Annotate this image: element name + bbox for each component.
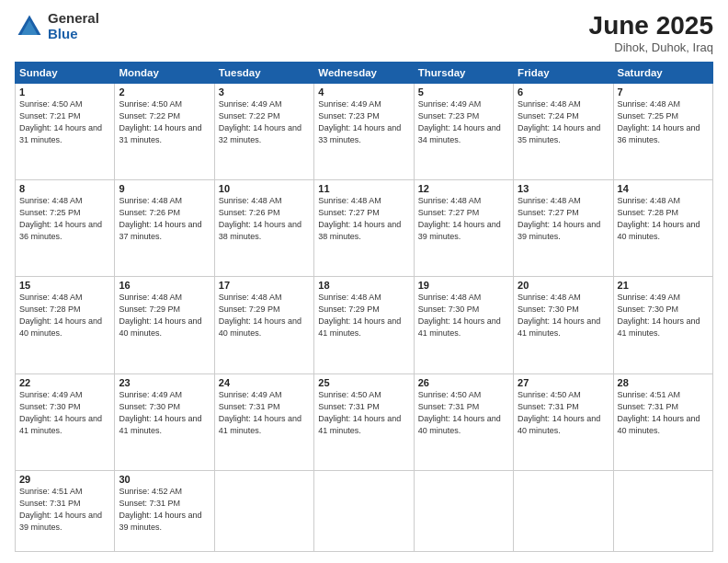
page: General Blue June 2025 Dihok, Duhok, Ira… xyxy=(0,0,728,563)
day-info: Sunrise: 4:49 AMSunset: 7:31 PMDaylight:… xyxy=(219,389,310,437)
logo-icon xyxy=(15,12,44,41)
day-number: 8 xyxy=(19,183,110,194)
calendar-cell: 5Sunrise: 4:49 AMSunset: 7:23 PMDaylight… xyxy=(414,84,513,180)
calendar-cell: 21Sunrise: 4:49 AMSunset: 7:30 PMDayligh… xyxy=(613,277,712,373)
day-number: 29 xyxy=(19,474,110,485)
col-sunday: Sunday xyxy=(16,63,115,84)
day-info: Sunrise: 4:49 AMSunset: 7:30 PMDaylight:… xyxy=(618,292,709,339)
day-number: 27 xyxy=(518,377,609,388)
day-number: 25 xyxy=(318,377,409,388)
day-number: 26 xyxy=(418,377,509,388)
day-number: 3 xyxy=(219,86,310,98)
col-friday: Friday xyxy=(514,63,613,84)
day-info: Sunrise: 4:50 AMSunset: 7:21 PMDaylight:… xyxy=(19,98,110,146)
day-number: 23 xyxy=(119,377,210,388)
day-number: 14 xyxy=(618,183,709,194)
day-number: 19 xyxy=(418,280,509,291)
title-month: June 2025 xyxy=(589,11,713,40)
day-info: Sunrise: 4:48 AMSunset: 7:29 PMDaylight:… xyxy=(219,292,310,339)
col-saturday: Saturday xyxy=(613,63,712,84)
day-info: Sunrise: 4:50 AMSunset: 7:31 PMDaylight:… xyxy=(318,389,409,437)
day-info: Sunrise: 4:48 AMSunset: 7:29 PMDaylight:… xyxy=(318,292,409,339)
logo-blue: Blue xyxy=(48,27,99,42)
day-info: Sunrise: 4:48 AMSunset: 7:28 PMDaylight:… xyxy=(19,292,110,339)
calendar-cell: 19Sunrise: 4:48 AMSunset: 7:30 PMDayligh… xyxy=(414,277,513,373)
col-tuesday: Tuesday xyxy=(214,63,313,84)
day-info: Sunrise: 4:48 AMSunset: 7:27 PMDaylight:… xyxy=(518,195,609,243)
day-number: 16 xyxy=(119,280,210,291)
calendar-week-5: 29Sunrise: 4:51 AMSunset: 7:31 PMDayligh… xyxy=(16,470,713,551)
calendar-cell: 29Sunrise: 4:51 AMSunset: 7:31 PMDayligh… xyxy=(16,470,115,551)
day-number: 15 xyxy=(19,280,110,291)
day-number: 13 xyxy=(518,183,609,194)
calendar-cell: 1Sunrise: 4:50 AMSunset: 7:21 PMDaylight… xyxy=(16,84,115,180)
calendar-cell: 2Sunrise: 4:50 AMSunset: 7:22 PMDaylight… xyxy=(115,84,214,180)
day-number: 1 xyxy=(19,86,110,98)
title-location: Dihok, Duhok, Iraq xyxy=(589,40,713,54)
calendar-cell: 15Sunrise: 4:48 AMSunset: 7:28 PMDayligh… xyxy=(16,277,115,373)
day-number: 21 xyxy=(618,280,709,291)
calendar-cell: 28Sunrise: 4:51 AMSunset: 7:31 PMDayligh… xyxy=(613,373,712,470)
day-info: Sunrise: 4:48 AMSunset: 7:26 PMDaylight:… xyxy=(219,195,310,243)
logo-text: General Blue xyxy=(48,11,99,41)
day-info: Sunrise: 4:52 AMSunset: 7:31 PMDaylight:… xyxy=(119,486,210,534)
day-number: 20 xyxy=(518,280,609,291)
day-info: Sunrise: 4:49 AMSunset: 7:30 PMDaylight:… xyxy=(119,389,210,437)
day-number: 7 xyxy=(618,86,709,98)
col-thursday: Thursday xyxy=(414,63,513,84)
calendar-cell xyxy=(514,470,613,551)
calendar-cell xyxy=(314,470,414,551)
calendar-cell: 16Sunrise: 4:48 AMSunset: 7:29 PMDayligh… xyxy=(115,277,214,373)
day-number: 11 xyxy=(318,183,409,194)
calendar-cell: 27Sunrise: 4:50 AMSunset: 7:31 PMDayligh… xyxy=(514,373,613,470)
logo: General Blue xyxy=(15,11,99,41)
calendar-cell: 9Sunrise: 4:48 AMSunset: 7:26 PMDaylight… xyxy=(115,180,214,277)
calendar-cell: 14Sunrise: 4:48 AMSunset: 7:28 PMDayligh… xyxy=(613,180,712,277)
day-number: 22 xyxy=(19,377,110,388)
calendar-cell: 11Sunrise: 4:48 AMSunset: 7:27 PMDayligh… xyxy=(314,180,414,277)
calendar-cell: 23Sunrise: 4:49 AMSunset: 7:30 PMDayligh… xyxy=(115,373,214,470)
day-number: 4 xyxy=(318,86,409,98)
day-number: 17 xyxy=(219,280,310,291)
header-row: Sunday Monday Tuesday Wednesday Thursday… xyxy=(16,63,713,84)
day-number: 24 xyxy=(219,377,310,388)
calendar-cell: 18Sunrise: 4:48 AMSunset: 7:29 PMDayligh… xyxy=(314,277,414,373)
calendar-cell xyxy=(613,470,712,551)
calendar-cell xyxy=(414,470,513,551)
day-info: Sunrise: 4:48 AMSunset: 7:27 PMDaylight:… xyxy=(318,195,409,243)
day-info: Sunrise: 4:51 AMSunset: 7:31 PMDaylight:… xyxy=(618,389,709,437)
calendar-table: Sunday Monday Tuesday Wednesday Thursday… xyxy=(15,62,713,552)
day-info: Sunrise: 4:48 AMSunset: 7:28 PMDaylight:… xyxy=(618,195,709,243)
col-wednesday: Wednesday xyxy=(314,63,414,84)
logo-general: General xyxy=(48,11,99,27)
calendar-week-4: 22Sunrise: 4:49 AMSunset: 7:30 PMDayligh… xyxy=(16,373,713,470)
calendar-cell: 25Sunrise: 4:50 AMSunset: 7:31 PMDayligh… xyxy=(314,373,414,470)
day-info: Sunrise: 4:48 AMSunset: 7:25 PMDaylight:… xyxy=(618,98,709,146)
title-block: June 2025 Dihok, Duhok, Iraq xyxy=(589,11,713,54)
header: General Blue June 2025 Dihok, Duhok, Ira… xyxy=(15,11,713,54)
calendar-cell: 26Sunrise: 4:50 AMSunset: 7:31 PMDayligh… xyxy=(414,373,513,470)
day-info: Sunrise: 4:48 AMSunset: 7:26 PMDaylight:… xyxy=(119,195,210,243)
calendar-cell: 4Sunrise: 4:49 AMSunset: 7:23 PMDaylight… xyxy=(314,84,414,180)
day-number: 5 xyxy=(418,86,509,98)
calendar-cell: 10Sunrise: 4:48 AMSunset: 7:26 PMDayligh… xyxy=(214,180,313,277)
calendar-cell: 30Sunrise: 4:52 AMSunset: 7:31 PMDayligh… xyxy=(115,470,214,551)
calendar-week-1: 1Sunrise: 4:50 AMSunset: 7:21 PMDaylight… xyxy=(16,84,713,180)
day-info: Sunrise: 4:50 AMSunset: 7:31 PMDaylight:… xyxy=(418,389,509,437)
day-info: Sunrise: 4:48 AMSunset: 7:30 PMDaylight:… xyxy=(418,292,509,339)
day-number: 28 xyxy=(618,377,709,388)
calendar-cell: 3Sunrise: 4:49 AMSunset: 7:22 PMDaylight… xyxy=(214,84,313,180)
calendar-cell: 12Sunrise: 4:48 AMSunset: 7:27 PMDayligh… xyxy=(414,180,513,277)
calendar-week-3: 15Sunrise: 4:48 AMSunset: 7:28 PMDayligh… xyxy=(16,277,713,373)
calendar-cell: 24Sunrise: 4:49 AMSunset: 7:31 PMDayligh… xyxy=(214,373,313,470)
col-monday: Monday xyxy=(115,63,214,84)
day-info: Sunrise: 4:50 AMSunset: 7:22 PMDaylight:… xyxy=(119,98,210,146)
day-info: Sunrise: 4:48 AMSunset: 7:24 PMDaylight:… xyxy=(518,98,609,146)
day-info: Sunrise: 4:48 AMSunset: 7:30 PMDaylight:… xyxy=(518,292,609,339)
calendar-week-2: 8Sunrise: 4:48 AMSunset: 7:25 PMDaylight… xyxy=(16,180,713,277)
day-info: Sunrise: 4:48 AMSunset: 7:27 PMDaylight:… xyxy=(418,195,509,243)
day-number: 10 xyxy=(219,183,310,194)
calendar-cell: 8Sunrise: 4:48 AMSunset: 7:25 PMDaylight… xyxy=(16,180,115,277)
calendar-cell xyxy=(214,470,313,551)
calendar-cell: 22Sunrise: 4:49 AMSunset: 7:30 PMDayligh… xyxy=(16,373,115,470)
